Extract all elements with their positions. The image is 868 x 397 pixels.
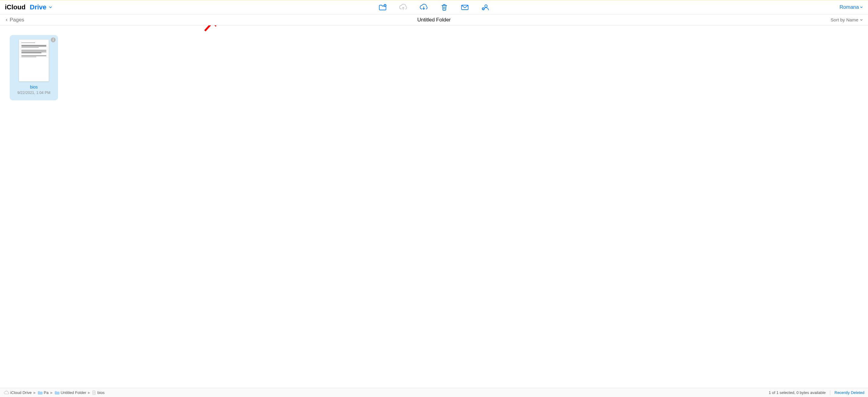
- add-person-icon: [482, 4, 489, 11]
- svg-point-2: [485, 5, 487, 7]
- document-thumbnail-icon: [19, 39, 49, 81]
- cloud-icon: [4, 391, 9, 395]
- file-browser-area[interactable]: i bios 9/22/2021, 1:04 PM: [0, 25, 868, 388]
- chevron-down-icon: [860, 5, 863, 9]
- breadcrumb-item-pages[interactable]: Pa: [38, 390, 49, 395]
- footer-separator: [830, 390, 830, 395]
- file-date-label: 9/22/2021, 1:04 PM: [13, 91, 55, 95]
- footer-bar: iCloud Drive ▶ Pa ▶ Untitled Folder ▶ bi…: [0, 388, 868, 397]
- trash-icon: [441, 4, 447, 11]
- new-folder-button[interactable]: [378, 3, 387, 11]
- recently-deleted-link[interactable]: Recently Deleted: [834, 390, 864, 395]
- top-toolbar: iCloud Drive: [0, 0, 868, 14]
- back-label: Pages: [10, 17, 24, 23]
- annotation-arrow-icon: [203, 25, 224, 33]
- breadcrumb-item-untitled-folder[interactable]: Untitled Folder: [55, 390, 87, 395]
- footer-right: 1 of 1 selected, 0 bytes available Recen…: [769, 390, 864, 395]
- folder-icon: [38, 391, 42, 395]
- breadcrumb-item-bios[interactable]: bios: [92, 390, 104, 395]
- breadcrumb-label: bios: [97, 390, 104, 395]
- app-title-drive: Drive: [30, 3, 46, 11]
- toolbar-icon-group: [378, 3, 490, 11]
- cloud-download-icon: [420, 4, 428, 10]
- email-button[interactable]: [461, 3, 469, 11]
- download-button[interactable]: [420, 3, 428, 11]
- document-icon: [92, 390, 96, 395]
- breadcrumb-label: Pa: [44, 390, 49, 395]
- selection-status-label: 1 of 1 selected, 0 bytes available: [769, 390, 826, 395]
- sort-label: Sort by Name: [831, 17, 858, 22]
- breadcrumb-separator-icon: ▶: [51, 391, 53, 394]
- file-grid: i bios 9/22/2021, 1:04 PM: [10, 35, 858, 100]
- breadcrumb-separator-icon: ▶: [34, 391, 36, 394]
- folder-icon: [55, 391, 60, 395]
- app-title-icloud: iCloud: [5, 3, 25, 11]
- breadcrumb: iCloud Drive ▶ Pa ▶ Untitled Folder ▶ bi…: [4, 390, 104, 395]
- sort-menu[interactable]: Sort by Name: [831, 17, 863, 22]
- folder-title: Untitled Folder: [417, 17, 451, 23]
- breadcrumb-item-icloud-drive[interactable]: iCloud Drive: [4, 390, 32, 395]
- cloud-upload-icon: [399, 4, 407, 10]
- user-name-label: Romana: [840, 4, 859, 10]
- breadcrumb-label: iCloud Drive: [10, 390, 32, 395]
- share-button[interactable]: [481, 3, 490, 11]
- chevron-down-icon: [860, 18, 863, 22]
- breadcrumb-separator-icon: ▶: [88, 391, 90, 394]
- svg-line-5: [205, 25, 219, 31]
- file-item[interactable]: i bios 9/22/2021, 1:04 PM: [10, 35, 58, 100]
- folder-plus-icon: [379, 4, 386, 10]
- breadcrumb-label: Untitled Folder: [61, 390, 87, 395]
- upload-button: [399, 3, 407, 11]
- file-name-label: bios: [13, 85, 55, 90]
- delete-button[interactable]: [440, 3, 448, 11]
- chevron-left-icon: [5, 18, 8, 22]
- envelope-icon: [461, 4, 469, 10]
- chevron-down-icon: [49, 5, 53, 9]
- subheader: Pages Untitled Folder Sort by Name: [0, 14, 868, 25]
- back-button[interactable]: Pages: [5, 17, 24, 23]
- info-icon[interactable]: i: [51, 37, 56, 42]
- user-menu[interactable]: Romana: [840, 4, 863, 10]
- app-title-menu[interactable]: iCloud Drive: [5, 3, 53, 11]
